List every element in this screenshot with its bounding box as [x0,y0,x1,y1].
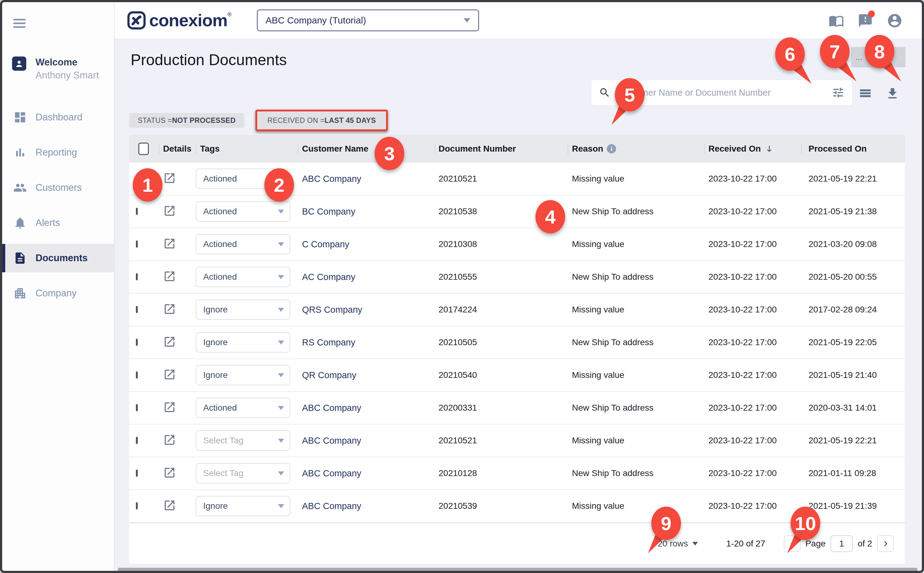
customer-name-link[interactable]: ABC Company [298,468,434,479]
row-checkbox[interactable] [136,502,138,509]
filter-chip-status[interactable]: STATUS = NOT PROCESSED [129,113,244,128]
column-header-tags[interactable]: Tags [196,144,298,154]
customer-name-link[interactable]: ABC Company [298,435,434,446]
callout-7: 7 [820,35,850,68]
customer-name-link[interactable]: ABC Company [298,501,434,511]
download-icon[interactable] [885,86,900,102]
row-checkbox[interactable] [136,437,138,444]
list-view-icon[interactable] [858,86,872,102]
row-checkbox[interactable] [136,208,138,215]
table-row: Actioned AC Company 20210555 New Ship To… [129,261,905,294]
customer-name-link[interactable]: QRS Company [298,305,434,315]
tag-select[interactable]: Select Tag [196,431,290,451]
company-selector[interactable]: ABC Company (Tutorial) [257,9,479,31]
processed-on-value: 2021-05-19 22:21 [801,435,905,446]
row-checkbox[interactable] [136,241,138,247]
sidebar-item-dashboard[interactable]: Dashboard [2,103,114,132]
reason-value: New Ship To address [568,403,704,413]
column-header-received-on[interactable]: Received On [704,144,801,154]
tag-select[interactable]: Ignore [196,332,290,352]
customer-name-link[interactable]: QR Company [298,370,434,380]
conexiom-logo-icon [127,11,146,30]
reason-value: New Ship To address [568,337,704,347]
documentation-book-icon[interactable] [828,13,844,28]
column-header-processed-on[interactable]: Processed On [801,144,905,154]
sidebar-item-alerts[interactable]: Alerts [2,209,114,237]
sidebar-item-customers[interactable]: Customers [2,174,114,202]
open-details-icon[interactable] [163,335,176,349]
customer-name-link[interactable]: ABC Company [298,174,434,184]
feedback-icon[interactable] [858,13,873,28]
open-details-icon[interactable] [163,466,176,481]
customer-name-link[interactable]: AC Company [298,272,434,282]
sort-descending-icon [765,144,774,153]
row-checkbox[interactable] [136,470,138,477]
filter-settings-icon[interactable] [832,86,845,99]
annotation-highlight-box: RECEIVED ON = LAST 45 DAYS [255,110,388,131]
open-details-icon[interactable] [163,270,176,284]
sidebar-item-documents[interactable]: Documents [2,244,114,272]
alerts-icon [13,216,27,230]
sidebar-item-company[interactable]: Company [2,279,114,307]
horizontal-scrollbar[interactable] [117,568,918,571]
tag-select[interactable]: Select Tag [196,463,290,484]
customer-name-link[interactable]: C Company [298,239,434,249]
search-input[interactable] [617,88,832,98]
document-number: 20210308 [434,239,568,249]
table-row: Actioned ABC Company 20210521 Missing va… [129,163,905,196]
tag-select[interactable]: Actioned [196,201,290,222]
select-all-checkbox[interactable] [138,142,149,155]
open-details-icon[interactable] [163,172,176,186]
open-details-icon[interactable] [163,237,176,251]
open-details-icon[interactable] [163,499,176,513]
open-details-icon[interactable] [163,302,176,317]
processed-on-value: 2021-05-19 22:21 [801,174,905,184]
open-details-icon[interactable] [163,204,176,219]
page-number-input[interactable] [830,535,853,552]
next-page-button[interactable] [877,535,894,552]
menu-icon[interactable] [13,19,26,30]
row-checkbox[interactable] [136,273,138,280]
callout-1: 1 [133,168,163,202]
info-icon[interactable]: i [607,144,616,153]
customer-name-link[interactable]: BC Company [298,207,434,217]
customer-name-link[interactable]: ABC Company [298,403,434,413]
customers-icon [13,181,27,194]
callout-9: 9 [651,507,681,540]
tag-select[interactable]: Actioned [196,234,290,254]
row-checkbox[interactable] [136,404,138,411]
processed-on-value: 2020-03-31 14:01 [801,403,905,413]
column-header-document-number[interactable]: Document Number [434,144,568,154]
column-header-details[interactable]: Details [159,144,196,154]
document-number: 20210521 [434,174,568,184]
open-details-icon[interactable] [163,401,176,415]
filter-chip-received-on[interactable]: RECEIVED ON = LAST 45 DAYS [259,113,384,128]
tag-select[interactable]: Ignore [196,365,290,385]
row-checkbox[interactable] [136,306,138,313]
sidebar-item-label: Reporting [36,147,77,158]
column-header-reason[interactable]: Reason i [568,144,704,154]
open-details-icon[interactable] [163,368,176,382]
tag-value: Actioned [203,403,278,413]
tag-select[interactable]: Actioned [196,267,290,287]
row-checkbox[interactable] [136,371,138,379]
callout-4: 4 [536,200,565,233]
welcome-title: Welcome [36,56,99,68]
chip-value: LAST 45 DAYS [324,116,376,125]
tag-select[interactable]: Actioned [196,398,290,418]
rows-per-page-select[interactable]: 20 rows [658,539,698,549]
tag-value: Ignore [203,501,278,511]
account-icon[interactable] [886,13,903,29]
logo-text: conexiom [149,11,227,30]
sidebar-item-reporting[interactable]: Reporting [2,138,114,167]
sidebar-nav: DashboardReportingCustomersAlertsDocumen… [2,103,114,314]
processed-on-value: 2021-01-11 09:28 [801,468,905,478]
tag-select[interactable]: Ignore [196,496,290,516]
column-header-customer-name[interactable]: Customer Name [298,144,434,154]
customer-name-link[interactable]: RS Company [298,337,434,348]
logo-registered-mark: ® [227,11,231,18]
row-checkbox[interactable] [136,339,138,346]
dashboard-icon [13,111,27,124]
open-details-icon[interactable] [163,434,176,448]
tag-select[interactable]: Ignore [196,299,290,320]
